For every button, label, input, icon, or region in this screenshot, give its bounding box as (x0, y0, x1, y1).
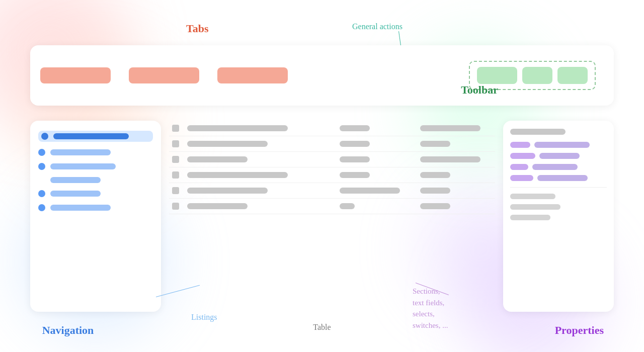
prop-gray-bar-1 (510, 194, 555, 199)
cell-text-2-main (187, 141, 268, 147)
sections-label: Sections, text fields, selects, switches… (413, 286, 448, 331)
prop-label-1 (510, 142, 530, 148)
navigation-panel (30, 121, 161, 312)
nav-item-4[interactable] (38, 190, 153, 197)
prop-row-2 (510, 153, 607, 159)
prop-label-2 (510, 153, 535, 159)
tab-pill-3[interactable] (217, 67, 288, 83)
table-label: Table (313, 323, 331, 332)
table-row-6 (169, 199, 495, 214)
cell-text-4-mid (340, 172, 370, 178)
tabs-label: Tabs (186, 22, 208, 35)
toolbar-card (30, 45, 614, 106)
prop-row-1 (510, 142, 607, 148)
cell-text-3-right (420, 156, 480, 162)
prop-label-3 (510, 164, 528, 170)
cell-checkbox-2 (172, 140, 179, 147)
table-row-2 (169, 136, 495, 152)
properties-panel (503, 121, 614, 312)
cell-text-6-mid (340, 203, 355, 209)
cell-text-1-mid (340, 125, 370, 131)
cell-text-1-main (187, 125, 288, 131)
prop-row-3 (510, 164, 607, 170)
nav-item-3[interactable] (38, 163, 153, 170)
listings-label: Listings (191, 313, 217, 322)
nav-item-5[interactable] (38, 204, 153, 211)
cell-text-2-mid (340, 141, 370, 147)
toolbar-label: Toolbar (461, 83, 498, 97)
table-row-5 (169, 183, 495, 199)
prop-divider-1 (510, 187, 607, 188)
toolbar-button-2[interactable] (522, 67, 552, 84)
nav-item-active[interactable] (38, 131, 153, 142)
toolbar-button-3[interactable] (557, 67, 588, 84)
cell-text-2-right (420, 141, 450, 147)
cell-text-5-right (420, 188, 450, 194)
tab-pill-1[interactable] (40, 67, 111, 83)
cell-text-6-main (187, 203, 248, 209)
prop-header-bar (510, 129, 566, 135)
nav-bar-4 (50, 191, 101, 197)
cell-checkbox-3 (172, 156, 179, 163)
nav-dot-active (41, 133, 48, 140)
cell-text-3-main (187, 156, 248, 162)
table-row-4 (169, 167, 495, 183)
table-row-1 (169, 121, 495, 136)
nav-bar-5 (50, 205, 111, 211)
table-area (169, 121, 495, 312)
prop-value-1 (534, 142, 590, 148)
cell-text-3-mid (340, 156, 370, 162)
prop-row-4 (510, 175, 607, 181)
nav-dot-4 (38, 190, 45, 197)
prop-value-4 (537, 175, 588, 181)
bottom-area (30, 121, 614, 312)
prop-label-4 (510, 175, 533, 181)
table-row-3 (169, 152, 495, 167)
nav-bar-2 (50, 149, 111, 155)
nav-bar-solo-1 (50, 177, 101, 183)
nav-dot-5 (38, 204, 45, 211)
prop-gray-bar-2 (510, 204, 560, 210)
navigation-label: Navigation (42, 324, 94, 337)
cell-text-5-main (187, 188, 268, 194)
nav-dot-3 (38, 163, 45, 170)
main-container: Tabs General actions Toolbar (0, 0, 644, 352)
nav-bar-3 (50, 163, 116, 169)
properties-label: Properties (555, 324, 604, 337)
nav-bar-active (53, 133, 129, 139)
prop-value-3 (532, 164, 578, 170)
cell-checkbox-1 (172, 125, 179, 132)
cell-text-4-main (187, 172, 288, 178)
prop-value-2 (539, 153, 580, 159)
cell-checkbox-5 (172, 187, 179, 194)
tab-pill-2[interactable] (129, 67, 199, 83)
cell-text-5-mid (340, 188, 400, 194)
nav-dot-2 (38, 149, 45, 156)
cell-text-6-right (420, 203, 450, 209)
cell-checkbox-6 (172, 203, 179, 210)
prop-gray-bar-3 (510, 215, 550, 220)
nav-item-2[interactable] (38, 149, 153, 156)
cell-checkbox-4 (172, 171, 179, 179)
cell-text-4-right (420, 172, 450, 178)
cell-text-1-right (420, 125, 480, 131)
general-actions-label: General actions (352, 22, 403, 31)
toolbar-button-1[interactable] (477, 67, 517, 84)
